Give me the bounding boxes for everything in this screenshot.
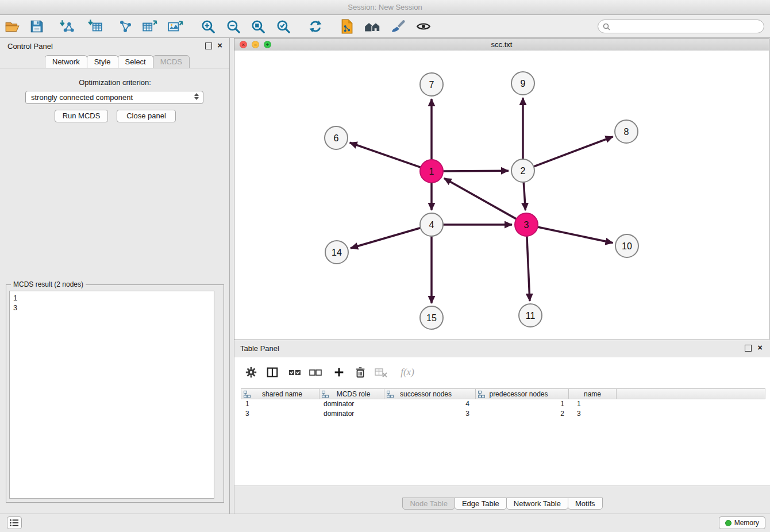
- show-graphics-details-button[interactable]: [415, 17, 432, 36]
- graph-node-7[interactable]: 7: [420, 73, 443, 96]
- column-header-mcds-role[interactable]: MCDS role: [319, 388, 384, 399]
- delete-column-button[interactable]: [353, 365, 368, 380]
- import-table-button[interactable]: [87, 17, 104, 36]
- network-share-button[interactable]: [117, 17, 134, 36]
- cell-predecessor-nodes[interactable]: 2: [478, 409, 571, 419]
- graph-node-10[interactable]: 10: [615, 234, 638, 257]
- zoom-fit-button[interactable]: [249, 17, 267, 36]
- cell-filler: [619, 399, 765, 409]
- mcds-result-list[interactable]: 1 3: [9, 291, 214, 499]
- graph-node-6[interactable]: 6: [325, 126, 348, 149]
- svg-text:9: 9: [521, 79, 526, 88]
- optimization-criterion-select[interactable]: strongly connected component: [25, 91, 203, 104]
- graph-node-9[interactable]: 9: [511, 72, 534, 95]
- tab-network[interactable]: Network: [45, 55, 87, 68]
- cell-mcds-role[interactable]: dominator: [320, 399, 386, 409]
- graph-edge-2-3[interactable]: [523, 180, 525, 210]
- cell-successor-nodes[interactable]: 3: [386, 409, 478, 419]
- deselect-all-button[interactable]: [308, 365, 323, 380]
- svg-text:6: 6: [334, 133, 339, 143]
- select-all-button[interactable]: [287, 365, 302, 380]
- network-window: × − + scc.txt 7968124314101511: [234, 38, 769, 340]
- tab-style[interactable]: Style: [87, 55, 118, 68]
- network-canvas[interactable]: 7968124314101511: [234, 51, 769, 340]
- memory-label: Memory: [734, 519, 759, 527]
- node-table-header: shared name MCDS role successor nodes pr…: [241, 388, 765, 399]
- network-graph[interactable]: 7968124314101511: [234, 51, 769, 340]
- graph-node-8[interactable]: 8: [615, 120, 638, 143]
- graph-edge-1-2[interactable]: [441, 171, 509, 171]
- show-columns-button[interactable]: [265, 365, 280, 380]
- zoom-fit-icon: [251, 19, 265, 34]
- float-table-panel-icon[interactable]: [745, 345, 752, 352]
- cell-predecessor-nodes[interactable]: 1: [478, 399, 571, 409]
- graph-node-1[interactable]: 1: [420, 160, 443, 183]
- table-settings-button[interactable]: [244, 365, 259, 380]
- task-history-button[interactable]: [7, 516, 22, 529]
- table-panel-title: Table Panel: [240, 344, 279, 353]
- graph-edge-2-8[interactable]: [532, 137, 613, 168]
- column-header-predecessor-nodes[interactable]: predecessor nodes: [475, 388, 569, 399]
- cell-mcds-role[interactable]: dominator: [320, 409, 386, 419]
- float-panel-icon[interactable]: [205, 43, 212, 49]
- zoom-out-button[interactable]: [225, 17, 242, 36]
- graph-node-14[interactable]: 14: [325, 241, 348, 264]
- refresh-button[interactable]: [307, 17, 324, 36]
- style-brush-icon: [390, 19, 405, 34]
- column-header-name[interactable]: name: [568, 388, 617, 399]
- plus-icon: [333, 366, 345, 379]
- tab-edge-table[interactable]: Edge Table: [455, 498, 507, 510]
- export-table-button[interactable]: [141, 17, 159, 36]
- column-label: predecessor nodes: [489, 390, 548, 398]
- tab-motifs[interactable]: Motifs: [568, 498, 603, 510]
- cell-successor-nodes[interactable]: 4: [386, 399, 478, 409]
- graph-node-2[interactable]: 2: [511, 159, 534, 182]
- tab-divider: [0, 68, 229, 68]
- tab-network-table[interactable]: Network Table: [506, 498, 568, 510]
- style-brush-button[interactable]: [389, 17, 406, 36]
- tab-node-table[interactable]: Node Table: [402, 498, 455, 510]
- column-header-shared-name[interactable]: shared name: [241, 388, 319, 399]
- table-row[interactable]: 1 dominator 4 1 1: [241, 399, 765, 409]
- close-panel-icon[interactable]: ×: [217, 40, 222, 51]
- optimization-criterion-label: Optimization criterion:: [0, 78, 230, 87]
- graph-edge-1-6[interactable]: [350, 142, 423, 168]
- save-session-button[interactable]: [28, 17, 45, 36]
- network-window-titlebar[interactable]: × − + scc.txt: [234, 38, 769, 51]
- cell-shared-name[interactable]: 1: [241, 399, 320, 409]
- graph-edge-4-14[interactable]: [351, 227, 423, 248]
- import-network-button[interactable]: [59, 17, 76, 36]
- network-share-icon: [118, 19, 133, 34]
- cell-name[interactable]: 3: [571, 409, 619, 419]
- graph-edge-3-11[interactable]: [527, 234, 530, 301]
- graph-node-4[interactable]: 4: [420, 213, 443, 236]
- search-input[interactable]: [614, 21, 764, 32]
- graph-edge-3-10[interactable]: [536, 226, 613, 243]
- graph-node-3[interactable]: 3: [515, 213, 538, 236]
- add-column-button[interactable]: [332, 365, 346, 380]
- tab-select[interactable]: Select: [118, 55, 153, 68]
- zoom-in-button[interactable]: [199, 17, 217, 36]
- graph-node-11[interactable]: 11: [519, 304, 542, 327]
- zoom-selected-button[interactable]: [275, 17, 292, 36]
- zoom-out-icon: [226, 19, 241, 34]
- combo-stepper-icon: [194, 93, 199, 100]
- list-icon: [10, 519, 19, 527]
- close-panel-button[interactable]: Close panel: [117, 110, 176, 122]
- export-image-button[interactable]: [167, 17, 184, 36]
- tab-mcds[interactable]: MCDS: [153, 55, 190, 68]
- table-row[interactable]: 3 dominator 3 2 3: [241, 409, 765, 419]
- open-session-button[interactable]: [4, 17, 21, 36]
- svg-text:15: 15: [426, 313, 437, 323]
- cell-shared-name[interactable]: 3: [241, 409, 320, 419]
- window-titlebar[interactable]: Session: New Session: [0, 0, 770, 15]
- graph-node-15[interactable]: 15: [420, 306, 443, 329]
- run-mcds-button[interactable]: Run MCDS: [55, 110, 108, 122]
- cell-name[interactable]: 1: [571, 399, 619, 409]
- network-file-button[interactable]: [338, 17, 356, 36]
- home-button[interactable]: [364, 17, 381, 36]
- column-header-successor-nodes[interactable]: successor nodes: [384, 388, 476, 399]
- close-table-panel-icon[interactable]: ×: [757, 342, 763, 353]
- memory-button[interactable]: Memory: [719, 516, 765, 529]
- graph-edge-3-1[interactable]: [444, 178, 518, 220]
